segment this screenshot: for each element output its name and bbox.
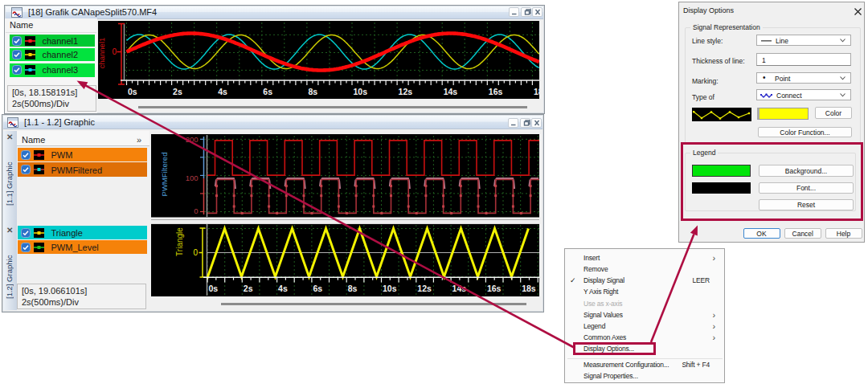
svg-text:10s: 10s (383, 284, 397, 293)
svg-text:6s: 6s (263, 87, 272, 96)
svg-text:4s: 4s (278, 284, 288, 293)
svg-text:18s: 18s (522, 284, 536, 293)
svg-text:8s: 8s (348, 284, 358, 293)
svg-text:8s: 8s (308, 87, 317, 96)
svg-text:Triangle: Triangle (175, 227, 184, 256)
svg-text:0s: 0s (209, 284, 219, 293)
svg-text:4s: 4s (218, 87, 227, 96)
svg-text:0: 0 (112, 47, 117, 56)
svg-text:0s: 0s (128, 87, 137, 96)
svg-text:14s: 14s (444, 87, 458, 96)
svg-text:14s: 14s (452, 284, 467, 293)
svg-text:200: 200 (186, 135, 199, 144)
svg-text:100: 100 (186, 174, 199, 182)
svg-text:2s: 2s (244, 284, 253, 293)
svg-text:2s: 2s (173, 87, 182, 96)
svg-text:0: 0 (193, 248, 198, 257)
svg-text:12s: 12s (417, 284, 432, 293)
svg-text:10s: 10s (354, 87, 368, 96)
svg-text:0: 0 (194, 206, 198, 215)
svg-text:16s: 16s (487, 284, 502, 293)
svg-text:18s: 18s (534, 87, 539, 96)
svg-text:12s: 12s (399, 87, 413, 96)
svg-text:channel1: channel1 (98, 38, 106, 69)
svg-text:6s: 6s (313, 284, 322, 293)
svg-text:16s: 16s (489, 87, 503, 96)
svg-text:PWMFiltered: PWMFiltered (160, 153, 169, 197)
